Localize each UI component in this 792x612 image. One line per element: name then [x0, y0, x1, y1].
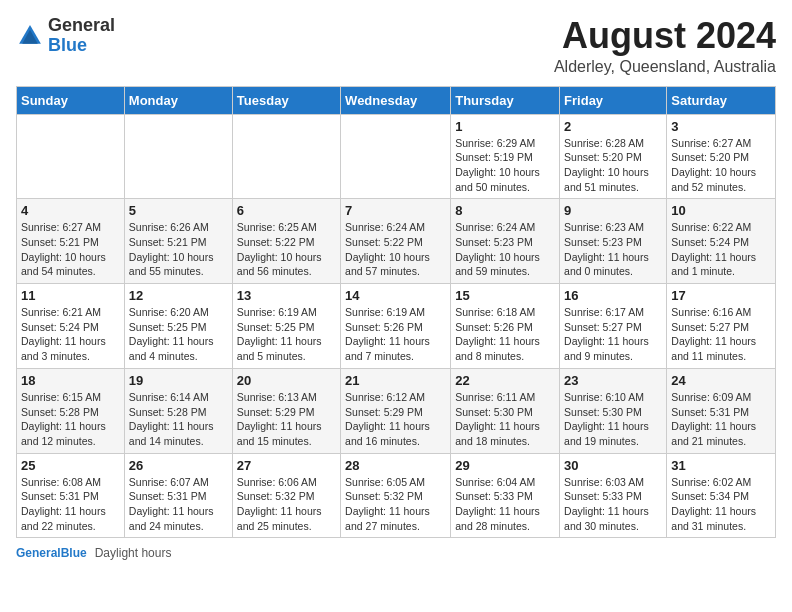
calendar-cell: 28Sunrise: 6:05 AMSunset: 5:32 PMDayligh… — [341, 453, 451, 538]
day-detail: Sunrise: 6:19 AMSunset: 5:26 PMDaylight:… — [345, 305, 446, 364]
calendar-cell: 30Sunrise: 6:03 AMSunset: 5:33 PMDayligh… — [560, 453, 667, 538]
calendar-cell: 17Sunrise: 6:16 AMSunset: 5:27 PMDayligh… — [667, 284, 776, 369]
day-header-tuesday: Tuesday — [232, 86, 340, 114]
calendar-cell — [341, 114, 451, 199]
day-header-wednesday: Wednesday — [341, 86, 451, 114]
logo-text: General Blue — [48, 16, 115, 56]
calendar-cell: 12Sunrise: 6:20 AMSunset: 5:25 PMDayligh… — [124, 284, 232, 369]
day-number: 5 — [129, 203, 228, 218]
day-detail: Sunrise: 6:24 AMSunset: 5:22 PMDaylight:… — [345, 220, 446, 279]
calendar-cell: 24Sunrise: 6:09 AMSunset: 5:31 PMDayligh… — [667, 368, 776, 453]
day-detail: Sunrise: 6:04 AMSunset: 5:33 PMDaylight:… — [455, 475, 555, 534]
calendar-cell: 7Sunrise: 6:24 AMSunset: 5:22 PMDaylight… — [341, 199, 451, 284]
day-number: 4 — [21, 203, 120, 218]
calendar-cell — [232, 114, 340, 199]
day-number: 26 — [129, 458, 228, 473]
day-number: 14 — [345, 288, 446, 303]
calendar-cell: 3Sunrise: 6:27 AMSunset: 5:20 PMDaylight… — [667, 114, 776, 199]
day-number: 31 — [671, 458, 771, 473]
day-detail: Sunrise: 6:05 AMSunset: 5:32 PMDaylight:… — [345, 475, 446, 534]
calendar-cell: 29Sunrise: 6:04 AMSunset: 5:33 PMDayligh… — [451, 453, 560, 538]
day-header-thursday: Thursday — [451, 86, 560, 114]
day-number: 22 — [455, 373, 555, 388]
calendar-cell: 19Sunrise: 6:14 AMSunset: 5:28 PMDayligh… — [124, 368, 232, 453]
day-number: 30 — [564, 458, 662, 473]
calendar-cell: 23Sunrise: 6:10 AMSunset: 5:30 PMDayligh… — [560, 368, 667, 453]
day-number: 28 — [345, 458, 446, 473]
calendar-cell: 21Sunrise: 6:12 AMSunset: 5:29 PMDayligh… — [341, 368, 451, 453]
day-number: 17 — [671, 288, 771, 303]
day-detail: Sunrise: 6:12 AMSunset: 5:29 PMDaylight:… — [345, 390, 446, 449]
days-header-row: SundayMondayTuesdayWednesdayThursdayFrid… — [17, 86, 776, 114]
day-number: 24 — [671, 373, 771, 388]
daylight-label: Daylight hours — [95, 546, 172, 560]
calendar-cell: 9Sunrise: 6:23 AMSunset: 5:23 PMDaylight… — [560, 199, 667, 284]
calendar-cell: 31Sunrise: 6:02 AMSunset: 5:34 PMDayligh… — [667, 453, 776, 538]
day-detail: Sunrise: 6:27 AMSunset: 5:20 PMDaylight:… — [671, 136, 771, 195]
day-detail: Sunrise: 6:14 AMSunset: 5:28 PMDaylight:… — [129, 390, 228, 449]
logo-icon — [16, 22, 44, 50]
day-number: 7 — [345, 203, 446, 218]
day-detail: Sunrise: 6:03 AMSunset: 5:33 PMDaylight:… — [564, 475, 662, 534]
calendar-subtitle: Alderley, Queensland, Australia — [554, 58, 776, 76]
week-row-5: 25Sunrise: 6:08 AMSunset: 5:31 PMDayligh… — [17, 453, 776, 538]
day-number: 3 — [671, 119, 771, 134]
day-number: 29 — [455, 458, 555, 473]
calendar-cell: 14Sunrise: 6:19 AMSunset: 5:26 PMDayligh… — [341, 284, 451, 369]
calendar-cell: 22Sunrise: 6:11 AMSunset: 5:30 PMDayligh… — [451, 368, 560, 453]
day-detail: Sunrise: 6:02 AMSunset: 5:34 PMDaylight:… — [671, 475, 771, 534]
day-number: 20 — [237, 373, 336, 388]
day-detail: Sunrise: 6:08 AMSunset: 5:31 PMDaylight:… — [21, 475, 120, 534]
calendar-cell: 8Sunrise: 6:24 AMSunset: 5:23 PMDaylight… — [451, 199, 560, 284]
day-detail: Sunrise: 6:25 AMSunset: 5:22 PMDaylight:… — [237, 220, 336, 279]
footer-logo: GeneralBlue — [16, 546, 87, 560]
calendar-cell: 20Sunrise: 6:13 AMSunset: 5:29 PMDayligh… — [232, 368, 340, 453]
calendar-cell: 16Sunrise: 6:17 AMSunset: 5:27 PMDayligh… — [560, 284, 667, 369]
day-detail: Sunrise: 6:26 AMSunset: 5:21 PMDaylight:… — [129, 220, 228, 279]
week-row-1: 1Sunrise: 6:29 AMSunset: 5:19 PMDaylight… — [17, 114, 776, 199]
calendar-cell: 4Sunrise: 6:27 AMSunset: 5:21 PMDaylight… — [17, 199, 125, 284]
day-number: 8 — [455, 203, 555, 218]
day-number: 21 — [345, 373, 446, 388]
week-row-3: 11Sunrise: 6:21 AMSunset: 5:24 PMDayligh… — [17, 284, 776, 369]
day-detail: Sunrise: 6:22 AMSunset: 5:24 PMDaylight:… — [671, 220, 771, 279]
calendar-cell: 2Sunrise: 6:28 AMSunset: 5:20 PMDaylight… — [560, 114, 667, 199]
day-number: 9 — [564, 203, 662, 218]
day-number: 27 — [237, 458, 336, 473]
day-detail: Sunrise: 6:10 AMSunset: 5:30 PMDaylight:… — [564, 390, 662, 449]
day-number: 16 — [564, 288, 662, 303]
logo: General Blue — [16, 16, 115, 56]
calendar-title: August 2024 — [554, 16, 776, 56]
day-number: 18 — [21, 373, 120, 388]
calendar-cell: 11Sunrise: 6:21 AMSunset: 5:24 PMDayligh… — [17, 284, 125, 369]
calendar-cell: 26Sunrise: 6:07 AMSunset: 5:31 PMDayligh… — [124, 453, 232, 538]
calendar-cell: 18Sunrise: 6:15 AMSunset: 5:28 PMDayligh… — [17, 368, 125, 453]
day-detail: Sunrise: 6:20 AMSunset: 5:25 PMDaylight:… — [129, 305, 228, 364]
calendar-cell: 13Sunrise: 6:19 AMSunset: 5:25 PMDayligh… — [232, 284, 340, 369]
day-detail: Sunrise: 6:27 AMSunset: 5:21 PMDaylight:… — [21, 220, 120, 279]
day-detail: Sunrise: 6:19 AMSunset: 5:25 PMDaylight:… — [237, 305, 336, 364]
day-detail: Sunrise: 6:11 AMSunset: 5:30 PMDaylight:… — [455, 390, 555, 449]
calendar-table: SundayMondayTuesdayWednesdayThursdayFrid… — [16, 86, 776, 539]
calendar-cell: 15Sunrise: 6:18 AMSunset: 5:26 PMDayligh… — [451, 284, 560, 369]
day-detail: Sunrise: 6:23 AMSunset: 5:23 PMDaylight:… — [564, 220, 662, 279]
day-number: 15 — [455, 288, 555, 303]
calendar-cell: 27Sunrise: 6:06 AMSunset: 5:32 PMDayligh… — [232, 453, 340, 538]
footer: GeneralBlue Daylight hours — [16, 546, 776, 560]
day-header-monday: Monday — [124, 86, 232, 114]
calendar-cell: 25Sunrise: 6:08 AMSunset: 5:31 PMDayligh… — [17, 453, 125, 538]
calendar-cell — [17, 114, 125, 199]
week-row-4: 18Sunrise: 6:15 AMSunset: 5:28 PMDayligh… — [17, 368, 776, 453]
day-number: 11 — [21, 288, 120, 303]
day-number: 12 — [129, 288, 228, 303]
calendar-cell: 1Sunrise: 6:29 AMSunset: 5:19 PMDaylight… — [451, 114, 560, 199]
calendar-cell: 5Sunrise: 6:26 AMSunset: 5:21 PMDaylight… — [124, 199, 232, 284]
title-block: August 2024 Alderley, Queensland, Austra… — [554, 16, 776, 76]
day-detail: Sunrise: 6:07 AMSunset: 5:31 PMDaylight:… — [129, 475, 228, 534]
day-number: 19 — [129, 373, 228, 388]
day-number: 23 — [564, 373, 662, 388]
calendar-cell — [124, 114, 232, 199]
day-detail: Sunrise: 6:13 AMSunset: 5:29 PMDaylight:… — [237, 390, 336, 449]
day-detail: Sunrise: 6:28 AMSunset: 5:20 PMDaylight:… — [564, 136, 662, 195]
day-number: 2 — [564, 119, 662, 134]
